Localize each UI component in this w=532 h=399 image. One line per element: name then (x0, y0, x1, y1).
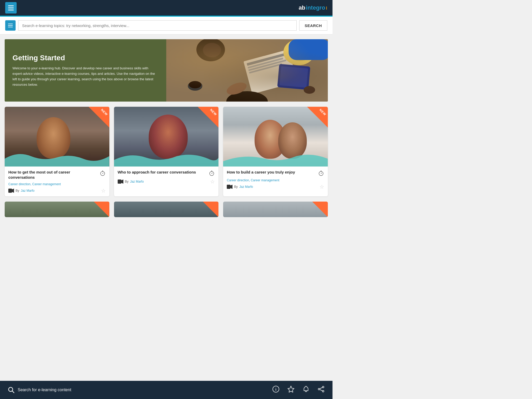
search-button[interactable]: SEARCH (299, 20, 327, 31)
card-1: NEW How to get the most out of career co… (5, 107, 109, 196)
card-3-wave (223, 151, 328, 167)
card-2-author-name[interactable]: Jaz Marfo (130, 180, 144, 183)
hamburger-line (8, 8, 14, 8)
partial-card-3[interactable] (223, 202, 328, 217)
card-3-body: How to build a career you truly enjoy Ca… (223, 167, 328, 192)
card-1-author: By Jaz Marfo (8, 189, 35, 193)
card-1-favorite-star[interactable]: ☆ (101, 188, 106, 194)
partial-cards-row (0, 202, 332, 238)
hero-image-overlay (166, 39, 328, 102)
card-1-body: How to get the most out of career conver… (5, 167, 109, 196)
partial-new-badge-2 (203, 202, 218, 217)
svg-rect-30 (118, 179, 121, 184)
hamburger-menu-button[interactable] (5, 2, 17, 14)
video-icon-1 (8, 189, 14, 193)
hero-title: Getting Started (12, 54, 158, 62)
card-2: NEW Who to approach for career conversat… (114, 107, 219, 196)
timer-icon-3 (318, 170, 324, 176)
partial-card-1[interactable] (5, 202, 109, 217)
card-3-title: How to build a career you truly enjoy (227, 170, 324, 176)
timer-icon-1 (99, 170, 106, 176)
card-2-title: Who to approach for career conversations (118, 170, 215, 176)
timer-icon-2 (209, 170, 215, 176)
hero-text-panel: Getting Started Welcome to your e-learni… (5, 39, 166, 102)
search-input[interactable] (18, 20, 297, 31)
card-1-image: NEW (5, 107, 109, 167)
logo-integro-text: integro (306, 4, 325, 11)
hero-banner: Getting Started Welcome to your e-learni… (5, 39, 328, 102)
card-2-author: By Jaz Marfo (118, 179, 144, 184)
card-3-tags: Career direction, Career management (227, 178, 324, 182)
card-1-author-name[interactable]: Jaz Marfo (21, 189, 35, 192)
svg-marker-31 (121, 179, 123, 184)
card-3-author-name[interactable]: Jaz Marfo (239, 185, 253, 189)
svg-point-29 (211, 173, 212, 174)
card-2-author-row: By Jaz Marfo ☆ (118, 178, 215, 185)
svg-point-36 (321, 173, 321, 174)
video-icon-2 (118, 179, 123, 184)
svg-marker-24 (12, 189, 14, 193)
card-1-wave (5, 151, 109, 167)
card-2-favorite-star[interactable]: ☆ (210, 178, 215, 185)
hero-description: Welcome to your e-learning hub. Discover… (12, 66, 158, 87)
card-3: NEW How to build a career you truly enjo… (223, 107, 328, 196)
svg-rect-23 (8, 189, 12, 193)
card-2-image: NEW (114, 107, 219, 167)
search-menu-button[interactable] (5, 20, 16, 31)
partial-card-2[interactable] (114, 202, 219, 217)
logo-suffix: ı (326, 4, 327, 11)
partial-new-badge-1 (94, 202, 109, 217)
card-2-new-badge (198, 107, 218, 128)
search-bar-area: SEARCH (0, 17, 332, 35)
card-1-new-badge (89, 107, 109, 128)
hamburger-line (8, 5, 14, 6)
svg-rect-37 (227, 185, 230, 189)
svg-point-22 (102, 173, 103, 174)
partial-new-badge-3 (312, 202, 328, 217)
logo-ab-text: ab (299, 4, 305, 11)
card-3-author: By Jaz Marfo (227, 185, 253, 189)
video-icon-3 (227, 185, 232, 189)
card-1-title: How to get the most out of career conver… (8, 170, 106, 180)
card-3-image: NEW (223, 107, 328, 167)
card-2-wave (114, 151, 219, 167)
top-navigation: abintegroı (0, 0, 332, 17)
card-3-new-badge (307, 107, 328, 128)
card-1-tags: Career direction, Career management (8, 182, 106, 186)
card-3-author-row: By Jaz Marfo ☆ (227, 184, 324, 190)
logo: abintegroı (299, 4, 327, 11)
svg-marker-38 (230, 185, 232, 189)
card-3-favorite-star[interactable]: ☆ (320, 184, 324, 190)
card-2-body: Who to approach for career conversations (114, 167, 219, 187)
cards-grid: NEW How to get the most out of career co… (0, 104, 332, 199)
hamburger-line (8, 10, 14, 10)
hero-image (166, 39, 328, 102)
card-1-author-row: By Jaz Marfo ☆ (8, 188, 106, 194)
